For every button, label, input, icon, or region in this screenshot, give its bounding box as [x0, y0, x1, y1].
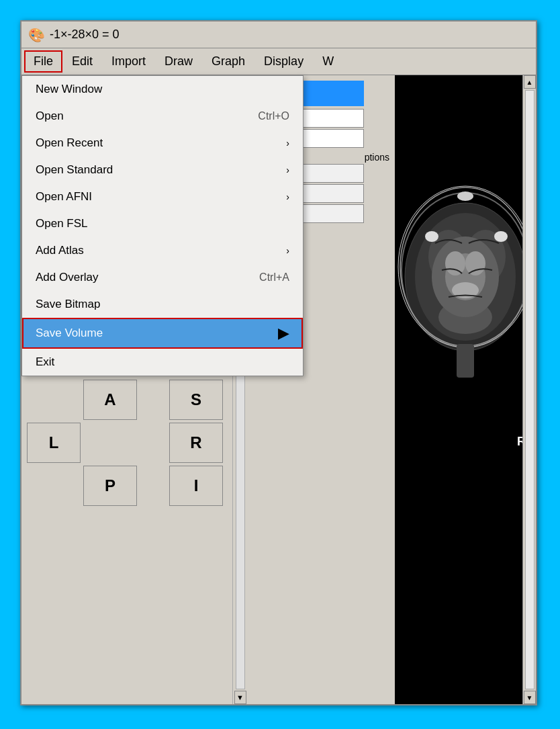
- svg-rect-18: [395, 378, 536, 613]
- svg-rect-17: [457, 344, 474, 378]
- mri-scroll-down-btn[interactable]: ▼: [524, 691, 536, 704]
- menu-file[interactable]: File: [24, 50, 62, 73]
- menu-display[interactable]: Display: [254, 50, 313, 73]
- slice-empty-mid2: [140, 423, 167, 463]
- menu-new-window[interactable]: New Window: [22, 76, 303, 103]
- menu-graph[interactable]: Graph: [202, 50, 254, 73]
- scroll-down-btn[interactable]: ▼: [234, 691, 246, 704]
- cursor-icon: ▶: [278, 325, 289, 342]
- menu-draw[interactable]: Draw: [155, 50, 202, 73]
- slice-btn-s[interactable]: S: [169, 380, 223, 420]
- menu-bar: File Edit Import Draw Graph Display W Ne…: [21, 48, 536, 75]
- slice-empty-bl: [27, 466, 81, 506]
- slice-empty-mid: [83, 423, 137, 463]
- slice-btn-p[interactable]: P: [83, 466, 137, 506]
- slice-empty-br: [140, 466, 167, 506]
- svg-point-16: [457, 191, 473, 201]
- menu-edit[interactable]: Edit: [62, 50, 102, 73]
- menu-w[interactable]: W: [313, 50, 343, 73]
- file-dropdown: New Window Open Ctrl+O Open Recent › Ope…: [21, 75, 304, 376]
- menu-open-standard[interactable]: Open Standard ›: [22, 157, 303, 183]
- menu-save-bitmap[interactable]: Save Bitmap: [22, 291, 303, 318]
- window-title: -1×-28×0 = 0: [50, 28, 120, 42]
- menu-open-recent[interactable]: Open Recent ›: [22, 130, 303, 157]
- svg-point-9: [445, 251, 465, 275]
- svg-point-15: [494, 231, 508, 242]
- menu-open[interactable]: Open Ctrl+O: [22, 103, 303, 130]
- title-bar: 🎨 -1×-28×0 = 0: [21, 22, 536, 48]
- slice-btn-i[interactable]: I: [169, 466, 223, 506]
- menu-save-volume[interactable]: Save Volume ▶: [22, 318, 303, 349]
- slice-btn-l[interactable]: L: [27, 423, 81, 463]
- menu-open-fsl[interactable]: Open FSL: [22, 210, 303, 237]
- slice-empty-gap: [140, 380, 167, 420]
- app-icon: 🎨: [28, 27, 44, 43]
- mri-scroll-up-btn[interactable]: ▲: [524, 75, 536, 89]
- brain-mri-image: [395, 75, 536, 613]
- menu-add-atlas[interactable]: Add Atlas ›: [22, 237, 303, 264]
- slice-btn-a[interactable]: A: [83, 380, 137, 420]
- svg-point-14: [425, 231, 438, 242]
- slice-empty-tl: [27, 380, 81, 420]
- menu-open-afni[interactable]: Open AFNI ›: [22, 183, 303, 210]
- svg-point-10: [465, 251, 485, 275]
- menu-exit[interactable]: Exit: [22, 349, 303, 376]
- slice-section: 2D Slice Selection A S L R P I: [27, 360, 389, 506]
- menu-add-overlay[interactable]: Add Overlay Ctrl+A: [22, 264, 303, 291]
- slice-grid: A S L R P I: [27, 380, 389, 506]
- slice-btn-r[interactable]: R: [169, 423, 223, 463]
- main-window: 🎨 -1×-28×0 = 0 File Edit Import Draw Gra…: [20, 20, 537, 705]
- menu-import[interactable]: Import: [102, 50, 155, 73]
- mri-scroll-track: [525, 90, 534, 689]
- mri-panel: R ▲ ▼: [395, 75, 536, 704]
- mri-scrollbar: ▲ ▼: [522, 75, 536, 704]
